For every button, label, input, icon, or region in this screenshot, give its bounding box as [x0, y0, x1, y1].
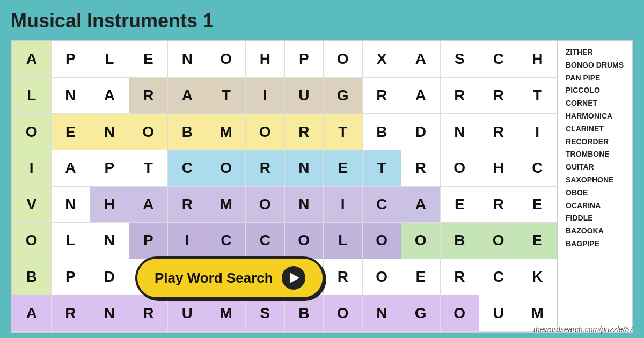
grid-cell[interactable]: R: [479, 77, 518, 114]
grid-cell[interactable]: O: [129, 114, 168, 150]
grid-cell[interactable]: I: [246, 77, 285, 114]
grid-cell[interactable]: T: [324, 114, 363, 150]
grid-cell[interactable]: K: [518, 259, 557, 295]
grid-cell[interactable]: R: [324, 259, 363, 295]
grid-cell[interactable]: A: [401, 41, 441, 78]
grid-cell[interactable]: L: [324, 223, 363, 259]
grid-cell[interactable]: E: [518, 186, 557, 223]
grid-cell[interactable]: O: [284, 223, 324, 259]
grid-cell[interactable]: N: [362, 295, 401, 332]
grid-cell[interactable]: N: [284, 150, 324, 186]
grid-cell[interactable]: R: [479, 186, 518, 223]
grid-cell[interactable]: A: [90, 77, 129, 114]
grid-cell[interactable]: U: [168, 295, 207, 332]
grid-cell[interactable]: U: [284, 77, 324, 114]
grid-cell[interactable]: O: [401, 223, 441, 259]
grid-cell[interactable]: G: [401, 295, 441, 332]
grid-cell[interactable]: A: [401, 186, 441, 223]
grid-cell[interactable]: O: [440, 150, 479, 186]
grid-cell[interactable]: R: [284, 114, 324, 150]
grid-cell[interactable]: N: [90, 295, 129, 332]
grid-cell[interactable]: O: [324, 295, 363, 332]
grid-cell[interactable]: M: [207, 186, 246, 223]
grid-cell[interactable]: H: [90, 186, 129, 223]
grid-cell[interactable]: L: [90, 41, 129, 78]
grid-cell[interactable]: A: [12, 295, 52, 332]
grid-cell[interactable]: R: [401, 150, 441, 186]
grid-cell[interactable]: N: [51, 186, 90, 223]
grid-cell[interactable]: I: [12, 150, 52, 186]
grid-cell[interactable]: E: [518, 223, 557, 259]
grid-cell[interactable]: I: [518, 114, 557, 150]
grid-cell[interactable]: P: [51, 41, 90, 78]
grid-cell[interactable]: R: [129, 295, 168, 332]
grid-cell[interactable]: S: [246, 295, 285, 332]
grid-cell[interactable]: T: [362, 150, 401, 186]
grid-cell[interactable]: R: [129, 77, 168, 114]
grid-cell[interactable]: O: [440, 295, 479, 332]
grid-cell[interactable]: E: [440, 186, 479, 223]
grid-cell[interactable]: R: [479, 114, 518, 150]
grid-cell[interactable]: S: [440, 41, 479, 78]
grid-cell[interactable]: R: [362, 77, 401, 114]
grid-cell[interactable]: A: [129, 186, 168, 223]
grid-cell[interactable]: E: [324, 150, 363, 186]
grid-cell[interactable]: X: [362, 41, 401, 78]
grid-cell[interactable]: O: [207, 150, 246, 186]
grid-cell[interactable]: M: [207, 295, 246, 332]
grid-cell[interactable]: H: [479, 150, 518, 186]
grid-cell[interactable]: O: [479, 223, 518, 259]
grid-cell[interactable]: A: [12, 41, 52, 78]
grid-cell[interactable]: I: [324, 186, 363, 223]
grid-cell[interactable]: N: [440, 114, 479, 150]
grid-cell[interactable]: O: [12, 114, 52, 150]
grid-cell[interactable]: C: [168, 150, 207, 186]
grid-cell[interactable]: D: [90, 259, 129, 295]
grid-cell[interactable]: O: [207, 41, 246, 78]
grid-cell[interactable]: G: [324, 77, 363, 114]
grid-cell[interactable]: N: [90, 223, 129, 259]
play-word-search-button[interactable]: Play Word Search: [135, 256, 325, 299]
grid-cell[interactable]: C: [207, 223, 246, 259]
grid-cell[interactable]: A: [401, 77, 441, 114]
grid-cell[interactable]: O: [362, 223, 401, 259]
grid-cell[interactable]: T: [518, 77, 557, 114]
grid-cell[interactable]: C: [362, 186, 401, 223]
grid-cell[interactable]: R: [51, 295, 90, 332]
grid-cell[interactable]: B: [362, 114, 401, 150]
grid-cell[interactable]: N: [90, 114, 129, 150]
grid-cell[interactable]: O: [362, 259, 401, 295]
grid-cell[interactable]: N: [168, 41, 207, 78]
grid-cell[interactable]: C: [518, 150, 557, 186]
grid-cell[interactable]: L: [51, 223, 90, 259]
grid-cell[interactable]: V: [12, 186, 52, 223]
grid-cell[interactable]: O: [246, 114, 285, 150]
grid-cell[interactable]: A: [168, 77, 207, 114]
grid-cell[interactable]: R: [440, 77, 479, 114]
grid-cell[interactable]: B: [440, 223, 479, 259]
grid-cell[interactable]: E: [129, 41, 168, 78]
grid-cell[interactable]: E: [51, 114, 90, 150]
grid-cell[interactable]: B: [168, 114, 207, 150]
grid-cell[interactable]: H: [246, 41, 285, 78]
grid-cell[interactable]: N: [284, 186, 324, 223]
grid-cell[interactable]: P: [284, 41, 324, 78]
grid-cell[interactable]: P: [51, 259, 90, 295]
grid-cell[interactable]: P: [129, 223, 168, 259]
grid-cell[interactable]: P: [90, 150, 129, 186]
grid-cell[interactable]: C: [479, 259, 518, 295]
grid-cell[interactable]: R: [168, 186, 207, 223]
grid-cell[interactable]: B: [284, 295, 324, 332]
grid-cell[interactable]: R: [440, 259, 479, 295]
grid-cell[interactable]: H: [518, 41, 557, 78]
grid-cell[interactable]: I: [168, 223, 207, 259]
grid-cell[interactable]: M: [207, 114, 246, 150]
grid-cell[interactable]: A: [51, 150, 90, 186]
grid-cell[interactable]: U: [479, 295, 518, 332]
grid-cell[interactable]: N: [51, 77, 90, 114]
grid-cell[interactable]: D: [401, 114, 441, 150]
grid-cell[interactable]: T: [207, 77, 246, 114]
grid-cell[interactable]: C: [479, 41, 518, 78]
grid-cell[interactable]: C: [246, 223, 285, 259]
grid-cell[interactable]: L: [12, 77, 52, 114]
